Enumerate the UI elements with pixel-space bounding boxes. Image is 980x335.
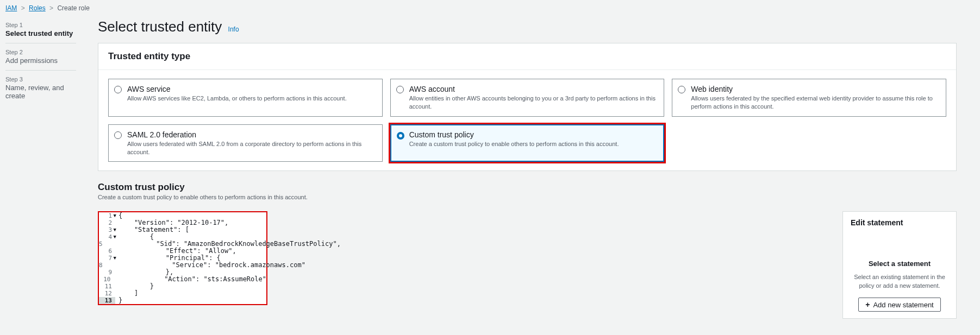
info-link[interactable]: Info <box>228 26 239 33</box>
page-title: Select trusted entity Info <box>98 18 957 35</box>
card-aws-service[interactable]: AWS service Allow AWS services like EC2,… <box>108 79 383 117</box>
card-title: AWS service <box>127 85 376 93</box>
card-desc: Allows users federated by the specified … <box>691 94 939 111</box>
breadcrumb-sep: > <box>21 4 25 12</box>
step-label: Select trusted entity <box>5 29 76 37</box>
wizard-steps: Step 1 Select trusted entity Step 2 Add … <box>0 16 82 319</box>
breadcrumb-sep: > <box>49 4 53 12</box>
select-statement-desc: Select an existing statement in the poli… <box>851 273 948 290</box>
highlight-box: 1▼{ 2 "Version": "2012-10-17", 3▼ "State… <box>98 211 267 305</box>
trusted-entity-panel: Trusted entity type AWS service Allow AW… <box>98 43 957 171</box>
radio-icon <box>114 131 122 139</box>
card-desc: Create a custom trust policy to enable o… <box>409 140 658 148</box>
breadcrumb-iam[interactable]: IAM <box>5 4 17 12</box>
step-label: Name, review, and create <box>5 84 76 100</box>
breadcrumb-roles[interactable]: Roles <box>29 4 46 12</box>
card-desc: Allow AWS services like EC2, Lambda, or … <box>127 94 376 103</box>
step-3[interactable]: Step 3 Name, review, and create <box>5 71 76 105</box>
radio-icon <box>114 86 122 93</box>
card-web-identity[interactable]: Web identity Allows users federated by t… <box>672 79 946 117</box>
card-title: AWS account <box>409 85 658 93</box>
step-number: Step 3 <box>5 76 76 83</box>
card-saml[interactable]: SAML 2.0 federation Allow users federate… <box>108 124 383 162</box>
radio-icon <box>678 86 685 93</box>
breadcrumb-current: Create role <box>57 4 89 12</box>
custom-policy-section: Custom trust policy Create a custom trus… <box>98 182 957 319</box>
breadcrumb: IAM > Roles > Create role <box>0 0 980 16</box>
select-statement-heading: Select a statement <box>851 260 948 268</box>
radio-icon <box>397 132 404 140</box>
step-label: Add permissions <box>5 56 76 65</box>
add-statement-label: Add new statement <box>873 301 933 309</box>
code-line: } <box>115 297 122 304</box>
edit-statement-title: Edit statement <box>851 218 948 227</box>
trusted-entity-header: Trusted entity type <box>98 43 956 70</box>
step-number: Step 1 <box>5 22 76 28</box>
page-title-text: Select trusted entity <box>98 18 222 35</box>
edit-statement-panel: Edit statement Select a statement Select… <box>842 211 957 319</box>
card-title: SAML 2.0 federation <box>127 130 376 139</box>
custom-policy-desc: Create a custom trust policy to enable o… <box>98 194 957 200</box>
card-desc: Allow entities in other AWS accounts bel… <box>409 94 658 111</box>
card-title: Web identity <box>691 85 939 93</box>
add-statement-button[interactable]: + Add new statement <box>858 298 940 312</box>
card-aws-account[interactable]: AWS account Allow entities in other AWS … <box>390 79 665 117</box>
step-number: Step 2 <box>5 49 76 55</box>
card-desc: Allow users federated with SAML 2.0 from… <box>127 140 376 156</box>
step-2[interactable]: Step 2 Add permissions <box>5 43 76 71</box>
highlight-box: Custom trust policy Create a custom trus… <box>389 123 666 164</box>
card-custom-trust[interactable]: Custom trust policy Create a custom trus… <box>390 124 665 162</box>
plus-icon: + <box>865 300 870 309</box>
custom-policy-title: Custom trust policy <box>98 182 957 193</box>
card-title: Custom trust policy <box>409 130 658 139</box>
step-1[interactable]: Step 1 Select trusted entity <box>5 16 76 43</box>
policy-json-editor[interactable]: 1▼{ 2 "Version": "2012-10-17", 3▼ "State… <box>99 212 266 304</box>
radio-icon <box>396 86 404 93</box>
